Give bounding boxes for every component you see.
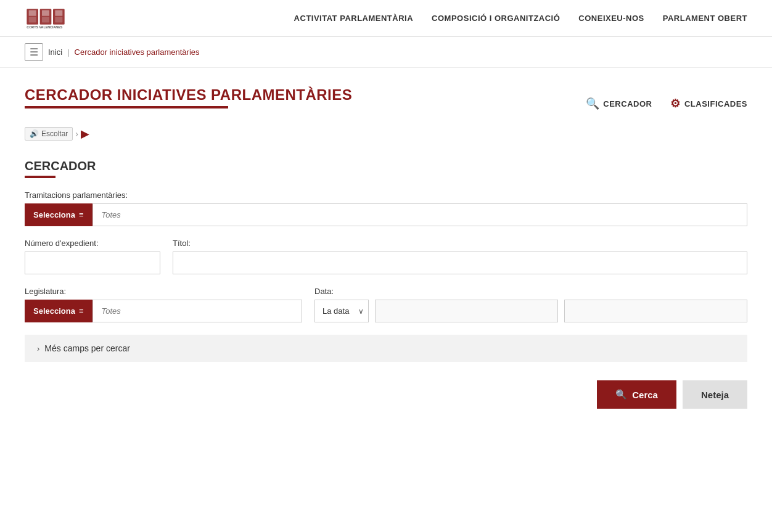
mes-camps-button[interactable]: › Més camps per cercar	[25, 335, 747, 362]
data-section: Data: La data Entre Des de ∨	[314, 287, 747, 322]
tramitacions-display[interactable]: Totes	[92, 203, 747, 226]
svg-rect-2	[29, 17, 36, 22]
tramitacions-label: Tramitacions parlamentàries:	[25, 190, 747, 200]
expedient-input[interactable]	[25, 252, 160, 274]
neteja-button[interactable]: Neteja	[683, 380, 747, 409]
tramitacions-group: Tramitacions parlamentàries: Selecciona …	[25, 190, 747, 226]
page-title-section: CERCADOR INICIATIVES PARLAMENTÀRIES 🔍 CE…	[25, 86, 747, 121]
search-icon: 🔍	[586, 97, 600, 110]
breadcrumb-current: Cercador iniciatives parlamentàries	[75, 47, 200, 57]
action-buttons: 🔍 Cerca Neteja	[25, 380, 747, 409]
data-from-input[interactable]	[375, 300, 558, 322]
cerca-button[interactable]: 🔍 Cerca	[597, 380, 676, 409]
legislatura-section: Legislatura: Selecciona ≡ Totes	[25, 287, 302, 322]
expedient-titol-row: Número d'expedient: Títol:	[25, 239, 747, 274]
data-label-col: Data: La data Entre Des de ∨	[314, 287, 369, 322]
data-from-label	[375, 287, 558, 296]
svg-rect-4	[42, 10, 49, 16]
svg-rect-7	[55, 10, 62, 16]
clasificades-action-label: CLASIFICADES	[684, 99, 747, 108]
legislatura-display[interactable]: Totes	[92, 300, 302, 322]
accessibility-btn[interactable]: 🔊 Escoltar	[25, 127, 73, 141]
data-select-wrap: La data Entre Des de ∨	[314, 300, 369, 322]
svg-text:CORTS VALENCIANES: CORTS VALENCIANES	[27, 25, 62, 29]
clasif-icon: ⚙	[670, 97, 681, 110]
breadcrumb: ☰ Inici | Cercador iniciatives parlament…	[0, 37, 772, 68]
data-label: Data:	[314, 287, 369, 296]
hamburger-button[interactable]: ☰	[25, 43, 43, 61]
data-to-col	[564, 287, 747, 322]
svg-rect-1	[29, 10, 36, 16]
title-block: CERCADOR INICIATIVES PARLAMENTÀRIES	[25, 86, 352, 121]
corts-logo: CORTS VALENCIANES	[25, 4, 74, 32]
data-to-label	[564, 287, 747, 296]
nav-links: ACTIVITAT PARLAMENTÀRIA COMPOSICIÓ I ORG…	[294, 14, 747, 23]
titol-input[interactable]	[173, 252, 747, 274]
cercador-action-btn[interactable]: 🔍 CERCADOR	[586, 97, 652, 110]
titol-label: Títol:	[173, 239, 747, 248]
legislatura-menu-icon: ≡	[79, 306, 84, 316]
tramitacions-select-btn[interactable]: Selecciona ≡	[25, 203, 92, 226]
legislatura-btn-label: Selecciona	[33, 306, 75, 316]
section-title: CERCADOR	[25, 159, 747, 173]
breadcrumb-separator: |	[67, 47, 69, 57]
chevron-right-icon: ›	[37, 344, 39, 353]
logo-area: CORTS VALENCIANES	[25, 4, 74, 32]
acc-arrow: ›	[75, 129, 78, 139]
nav-parlament[interactable]: PARLAMENT OBERT	[663, 14, 747, 23]
svg-rect-8	[55, 17, 62, 22]
section-underline	[25, 176, 55, 178]
tramitacions-menu-icon: ≡	[79, 210, 84, 219]
accessibility-bar: 🔊 Escoltar › ▶	[25, 127, 747, 141]
page-title: CERCADOR INICIATIVES PARLAMENTÀRIES	[25, 86, 352, 104]
cercador-section: CERCADOR Tramitacions parlamentàries: Se…	[25, 159, 747, 409]
svg-rect-5	[42, 17, 49, 22]
legislatura-select-btn[interactable]: Selecciona ≡	[25, 300, 92, 322]
top-navigation: CORTS VALENCIANES ACTIVITAT PARLAMENTÀRI…	[0, 0, 772, 37]
expedient-group: Número d'expedient:	[25, 239, 160, 274]
title-underline	[25, 106, 228, 108]
data-from-col	[375, 287, 558, 322]
legislatura-data-row: Legislatura: Selecciona ≡ Totes Data: La…	[25, 287, 747, 322]
play-icon: ▶	[81, 128, 89, 140]
expedient-label: Número d'expedient:	[25, 239, 160, 248]
nav-activitat[interactable]: ACTIVITAT PARLAMENTÀRIA	[294, 14, 413, 23]
legislatura-label: Legislatura:	[25, 287, 302, 296]
tramitacions-select-row: Selecciona ≡ Totes	[25, 203, 747, 226]
escoltar-label: Escoltar	[41, 129, 68, 138]
breadcrumb-home[interactable]: Inici	[48, 47, 62, 57]
nav-composicio[interactable]: COMPOSICIÓ I ORGANITZACIÓ	[432, 14, 560, 23]
data-to-input[interactable]	[564, 300, 747, 322]
titol-group: Títol:	[173, 239, 747, 274]
nav-coneixeu[interactable]: CONEIXEU-NOS	[578, 14, 644, 23]
neteja-label: Neteja	[701, 390, 729, 400]
play-button[interactable]: ▶	[81, 127, 89, 141]
speaker-icon: 🔊	[30, 129, 39, 138]
cerca-label: Cerca	[632, 390, 658, 400]
clasificades-action-btn[interactable]: ⚙ CLASIFICADES	[670, 97, 747, 110]
hamburger-icon: ☰	[30, 47, 38, 57]
cercador-action-label: CERCADOR	[603, 99, 652, 108]
legislatura-select-row: Selecciona ≡ Totes	[25, 300, 302, 322]
mes-camps-label: Més camps per cercar	[44, 343, 129, 353]
tramitacions-btn-label: Selecciona	[33, 210, 75, 219]
cerca-icon: 🔍	[615, 389, 627, 400]
data-type-select[interactable]: La data Entre Des de	[314, 300, 369, 322]
title-actions: 🔍 CERCADOR ⚙ CLASIFICADES	[586, 97, 747, 110]
main-content: CERCADOR INICIATIVES PARLAMENTÀRIES 🔍 CE…	[0, 68, 772, 427]
